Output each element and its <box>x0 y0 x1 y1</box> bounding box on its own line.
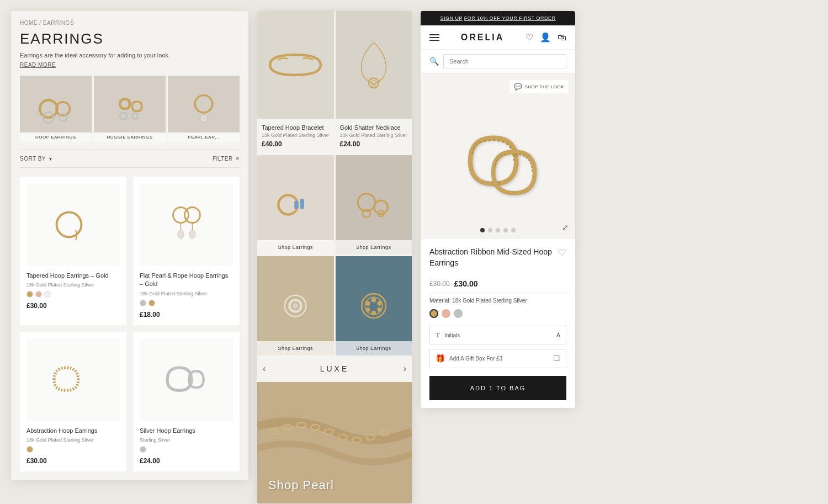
huggie-earrings-category[interactable]: HUGGIE EARRINGS <box>94 76 166 142</box>
swatch-gold-1[interactable] <box>26 291 33 298</box>
necklace-price: £24.00 <box>340 140 408 148</box>
shop-earrings-label-4[interactable]: Shop Earrings <box>336 341 412 356</box>
dot-5[interactable] <box>511 228 516 232</box>
swatch-silver-4[interactable] <box>140 446 146 453</box>
svg-point-32 <box>365 301 370 306</box>
products-grid: Tapered Hoop Earrings – Gold 18k Gold Pl… <box>20 177 240 471</box>
screens-container: HOME / EARRINGS EARRINGS Earrings are th… <box>11 11 817 503</box>
price-row: £30.00 £30.00 <box>429 279 566 288</box>
shop-pearl-section[interactable]: Shop Pearl <box>257 382 412 503</box>
grid-earrings-2[interactable]: Shop Earrings <box>336 155 412 254</box>
divider-1 <box>429 293 566 293</box>
wishlist-heart-icon[interactable]: ♡ <box>558 247 566 259</box>
svg-point-24 <box>293 303 299 309</box>
hamburger-menu-icon[interactable] <box>429 34 439 41</box>
swatch-gold[interactable] <box>429 309 438 318</box>
bracelet-name: Tapered Hoop Bracelet <box>262 124 330 131</box>
product-detail-name: Abstraction Ribbon Mid-Sized Hoop Earrin… <box>429 247 553 268</box>
shop-earrings-label-1[interactable]: Shop Earrings <box>257 240 334 254</box>
hoop-earrings-category[interactable]: HOOP EARRINGS <box>20 76 92 142</box>
color-swatches-3 <box>26 446 120 453</box>
product-detail-screen: SIGN UP FOR 10% OFF YOUR FIRST ORDER ORE… <box>421 11 575 408</box>
product-name-1: Tapered Hoop Earrings – Gold <box>26 272 120 280</box>
swatch-gold-3[interactable] <box>26 446 33 453</box>
necklace-name: Gold Shatter Necklace <box>340 124 408 131</box>
page-title: EARRINGS <box>20 30 240 47</box>
swatch-rose[interactable] <box>442 309 450 318</box>
expand-icon[interactable]: ⤢ <box>562 223 569 232</box>
featured-bracelet[interactable]: Tapered Hoop Bracelet 18k Gold Plated St… <box>257 11 334 153</box>
product-card-1[interactable]: Tapered Hoop Earrings – Gold 18k Gold Pl… <box>20 177 126 325</box>
product-price-4: £24.00 <box>140 457 233 465</box>
dot-2[interactable] <box>488 228 492 232</box>
product-card-3[interactable]: Abstraction Hoop Earrings 18k Gold Plate… <box>20 332 126 471</box>
swatch-silver-2[interactable] <box>140 300 146 306</box>
grid-earrings-4[interactable]: Shop Earrings <box>336 256 412 356</box>
banner-nav-right[interactable]: › <box>404 364 406 374</box>
gift-checkbox-icon[interactable]: ☐ <box>553 354 560 363</box>
promo-text: FOR 10% OFF YOUR FIRST ORDER <box>464 15 556 21</box>
product-price-2: £18.00 <box>140 311 233 319</box>
hamburger-line-2 <box>429 37 439 38</box>
necklace-info: Gold Shatter Necklace 18k Gold Plated St… <box>336 119 412 153</box>
sort-by-label: SORT BY <box>20 156 46 162</box>
initials-value: A <box>556 332 560 338</box>
product-material-1: 18k Gold Plated Sterling Silver <box>26 282 120 288</box>
filter-button[interactable]: FILTER ≡ <box>213 156 240 162</box>
svg-point-29 <box>377 307 382 312</box>
sort-by-control[interactable]: SORT BY ▾ <box>20 156 52 162</box>
shop-earrings-label-3[interactable]: Shop Earrings <box>257 341 334 356</box>
bracelet-price: £40.00 <box>262 140 330 148</box>
shop-earrings-label-2[interactable]: Shop Earrings <box>336 240 412 254</box>
product-image-1 <box>26 183 120 266</box>
search-input[interactable] <box>443 54 566 68</box>
svg-point-12 <box>189 230 195 238</box>
pearl-earrings-category[interactable]: PEARL EAR... <box>168 76 240 142</box>
image-dots <box>480 228 516 232</box>
add-to-bag-button[interactable]: ADD 1 TO BAG <box>429 376 566 400</box>
color-swatches-1 <box>26 291 120 298</box>
product-name-4: Silver Hoop Earrings <box>140 427 233 435</box>
grid-earrings-1[interactable]: Shop Earrings <box>257 155 334 254</box>
dot-1[interactable] <box>480 228 485 232</box>
product-name-3: Abstraction Hoop Earrings <box>26 427 120 435</box>
wishlist-icon[interactable]: ♡ <box>526 32 533 43</box>
swatch-white-1[interactable] <box>44 291 51 298</box>
banner-nav-left[interactable]: ‹ <box>263 364 266 374</box>
svg-point-31 <box>365 307 370 312</box>
product-price-1: £30.00 <box>26 302 120 310</box>
product-info: Abstraction Ribbon Mid-Sized Hoop Earrin… <box>421 239 575 408</box>
top-featured: Tapered Hoop Bracelet 18k Gold Plated St… <box>257 11 412 153</box>
promo-banner: SIGN UP FOR 10% OFF YOUR FIRST ORDER <box>421 11 575 25</box>
promo-link[interactable]: SIGN UP <box>440 15 462 21</box>
svg-point-6 <box>56 213 81 237</box>
bag-icon[interactable]: 🛍 <box>558 33 566 43</box>
svg-point-28 <box>377 301 382 306</box>
product-material-2: 18k Gold Plated Sterling Silver <box>140 291 233 296</box>
swatch-rose-1[interactable] <box>35 291 42 298</box>
svg-point-13 <box>369 78 379 88</box>
account-icon[interactable]: 👤 <box>540 32 551 43</box>
sort-chevron-icon: ▾ <box>49 156 52 162</box>
product-card-4[interactable]: Silver Hoop Earrings Sterling Silver £24… <box>133 332 240 471</box>
svg-point-4 <box>195 96 213 113</box>
brand-logo[interactable]: ORELIA <box>461 33 504 43</box>
dot-3[interactable] <box>496 228 500 232</box>
nav-icons: ♡ 👤 🛍 <box>526 32 566 43</box>
read-more-link[interactable]: READ MORE <box>20 62 240 68</box>
featured-necklace[interactable]: Gold Shatter Necklace 18k Gold Plated St… <box>336 11 412 153</box>
material-label: Material: 18k Gold Plated Sterling Silve… <box>429 298 566 304</box>
shop-the-look-button[interactable]: 💬 SHOP THE LOOK <box>509 80 569 93</box>
swatch-gold-2[interactable] <box>148 300 155 306</box>
product-material-4: Sterling Silver <box>140 437 233 443</box>
pearl-earrings-label: PEARL EAR... <box>168 132 240 142</box>
huggie-earrings-label: HUGGIE EARRINGS <box>94 132 166 142</box>
swatch-silver[interactable] <box>454 309 463 318</box>
shop-the-look-label: SHOP THE LOOK <box>524 84 564 89</box>
product-card-2[interactable]: Flat Pearl & Rope Hoop Earrings – Gold 1… <box>133 177 240 325</box>
gift-label: Add A Gift Box For £3 <box>449 356 549 362</box>
shop-pearl-text[interactable]: Shop Pearl <box>257 467 345 503</box>
grid-earrings-3[interactable]: Shop Earrings <box>257 256 334 356</box>
earrings-grid: Shop Earrings Shop Earrings Shop Earring… <box>257 155 412 356</box>
dot-4[interactable] <box>503 228 508 232</box>
